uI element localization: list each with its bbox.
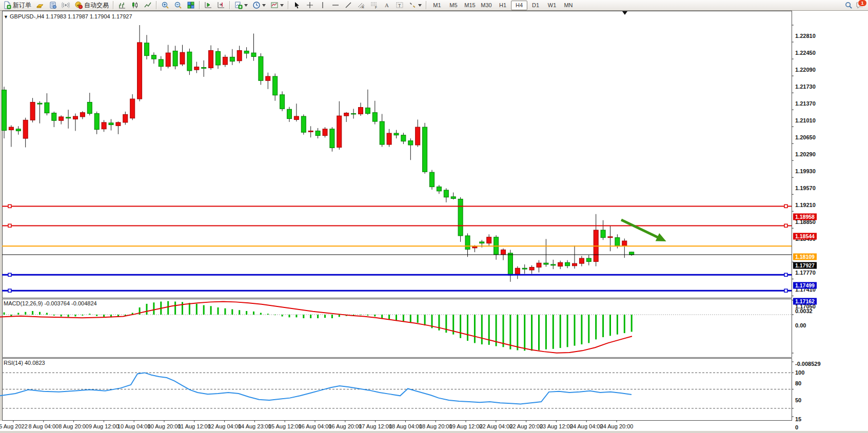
shapes-tool-button[interactable] bbox=[406, 0, 424, 10]
price-tick-label: 1.22810 bbox=[795, 33, 816, 39]
time-axis-label: 19 Aug 12:00 bbox=[449, 423, 483, 429]
price-tick-label: 1.19570 bbox=[795, 185, 816, 191]
signals-button[interactable] bbox=[60, 0, 72, 10]
template-icon bbox=[270, 1, 279, 9]
fibonacci-tool-button[interactable]: F bbox=[368, 0, 380, 10]
timeframe-button-M30[interactable]: M30 bbox=[478, 1, 495, 10]
vertical-line-icon bbox=[319, 1, 327, 9]
macd-axis-label: 0.00 bbox=[795, 322, 806, 328]
crosshair-icon bbox=[306, 1, 314, 9]
horizontal-line-tool-button[interactable] bbox=[329, 0, 342, 10]
templates-button[interactable] bbox=[268, 0, 286, 10]
chevron-down-icon bbox=[418, 4, 422, 7]
hline-handle bbox=[8, 224, 11, 227]
price-badge-1.17162: 1.17162 bbox=[793, 298, 817, 305]
trendline-icon bbox=[344, 1, 352, 9]
hline-handle bbox=[784, 289, 787, 292]
rsi-axis-label: 100 bbox=[795, 369, 804, 376]
bar-chart-icon bbox=[118, 1, 126, 9]
time-axis-label: 14 Aug 23:00 bbox=[238, 423, 271, 429]
auto-scroll-button[interactable] bbox=[202, 0, 214, 10]
time-axis-label: 9 Aug 12:00 bbox=[89, 423, 119, 429]
chevron-down-icon bbox=[244, 4, 248, 7]
price-tick-label: 1.17770 bbox=[795, 270, 816, 276]
new-order-label: 新订单 bbox=[13, 1, 31, 10]
timeframe-button-D1[interactable]: D1 bbox=[527, 1, 544, 10]
new-order-button[interactable]: 新订单 bbox=[1, 0, 33, 10]
collapse-trading-panel-icon[interactable]: ▼ bbox=[4, 14, 8, 19]
svg-text:E: E bbox=[362, 6, 364, 9]
zoom-out-button[interactable] bbox=[172, 0, 184, 10]
time-axis-label: 24 Aug 20:00 bbox=[600, 423, 634, 429]
equidistant-channel-tool-button[interactable]: E bbox=[355, 0, 367, 10]
deposit-button[interactable] bbox=[34, 0, 46, 10]
hline-handle bbox=[784, 273, 787, 276]
main-toolbar: 新订单 自动交易 bbox=[0, 0, 868, 11]
text-label-icon: T bbox=[396, 1, 404, 9]
chart-shift-icon bbox=[217, 1, 225, 9]
search-icon[interactable] bbox=[845, 2, 853, 9]
text-tool-button[interactable]: A bbox=[381, 0, 393, 10]
new-order-icon bbox=[3, 1, 11, 9]
price-tick-label: 1.19210 bbox=[795, 202, 816, 208]
candlestick-chart-button[interactable] bbox=[129, 0, 141, 10]
bar-chart-button[interactable] bbox=[116, 0, 128, 10]
horizontal-line-icon bbox=[331, 1, 340, 9]
toolbar-separator bbox=[199, 1, 200, 9]
toolbar-separator bbox=[229, 1, 230, 9]
crosshair-tool-button[interactable] bbox=[304, 0, 316, 10]
chart-canvas[interactable] bbox=[0, 11, 868, 433]
period-separator-marker bbox=[622, 11, 627, 15]
auto-trading-label: 自动交易 bbox=[84, 1, 109, 10]
cursor-icon bbox=[293, 1, 301, 9]
tile-windows-icon bbox=[187, 1, 195, 9]
toolbar-separator bbox=[288, 1, 289, 9]
price-badge-1.17499: 1.17499 bbox=[793, 282, 817, 289]
chart-ohlc-values: 1.17983 1.17987 1.17904 1.17927 bbox=[46, 13, 132, 19]
timeframe-button-H4[interactable]: H4 bbox=[511, 1, 527, 10]
market-watch-icon bbox=[49, 1, 57, 9]
notifications-button[interactable]: 1 bbox=[856, 2, 864, 9]
rsi-indicator-label: RSI(14) 40.0823 bbox=[4, 360, 45, 366]
price-tick-label: 1.21370 bbox=[795, 100, 816, 107]
market-watch-button[interactable] bbox=[47, 0, 59, 10]
time-axis-label: 8 Aug 04:00 bbox=[28, 423, 58, 429]
signals-icon bbox=[62, 1, 70, 9]
time-axis-label: 18 Aug 20:00 bbox=[419, 423, 452, 429]
time-axis-label: 11 Aug 12:00 bbox=[178, 423, 211, 429]
label-tool-button[interactable]: T bbox=[393, 0, 406, 10]
time-axis-label: 17 Aug 12:00 bbox=[359, 423, 392, 429]
time-axis-label: 22 Aug 20:00 bbox=[509, 423, 543, 429]
price-badge-1.18109: 1.18109 bbox=[793, 254, 817, 260]
svg-text:A: A bbox=[385, 2, 389, 8]
toolbar-separator bbox=[426, 1, 427, 9]
price-badge-1.17927: 1.17927 bbox=[793, 262, 817, 269]
chart-window[interactable]: ▼ GBPUSD-,H4 1.17983 1.17987 1.17904 1.1… bbox=[0, 11, 868, 433]
time-axis-label: 16 Aug 20:00 bbox=[328, 423, 362, 429]
timeframe-button-M1[interactable]: M1 bbox=[429, 1, 445, 10]
candlestick-chart-icon bbox=[131, 1, 139, 9]
chart-shift-button[interactable] bbox=[215, 0, 227, 10]
line-chart-button[interactable] bbox=[142, 0, 154, 10]
indicators-button[interactable] bbox=[232, 0, 250, 10]
tile-windows-button[interactable] bbox=[185, 0, 197, 10]
text-icon: A bbox=[383, 1, 391, 9]
timeframe-group: M1M5M15M30H1H4D1W1MN bbox=[429, 1, 577, 10]
periods-button[interactable] bbox=[250, 0, 268, 10]
time-axis-label: 18 Aug 04:00 bbox=[389, 423, 422, 429]
chevron-down-icon bbox=[262, 4, 266, 7]
trendline-tool-button[interactable] bbox=[342, 0, 354, 10]
timeframe-button-M15[interactable]: M15 bbox=[462, 1, 478, 10]
zoom-in-button[interactable] bbox=[159, 0, 171, 10]
timeframe-button-W1[interactable]: W1 bbox=[544, 1, 560, 10]
timeframe-button-M5[interactable]: M5 bbox=[445, 1, 462, 10]
timeframe-button-MN[interactable]: MN bbox=[560, 1, 577, 10]
auto-trading-button[interactable]: 自动交易 bbox=[72, 0, 111, 10]
time-axis-label: 10 Aug 20:00 bbox=[148, 423, 181, 429]
cursor-tool-button[interactable] bbox=[291, 0, 303, 10]
svg-text:T: T bbox=[398, 3, 401, 8]
timeframe-button-H1[interactable]: H1 bbox=[495, 1, 511, 10]
time-axis-label: 12 Aug 04:00 bbox=[208, 423, 241, 429]
vertical-line-tool-button[interactable] bbox=[317, 0, 329, 10]
hline-handle bbox=[8, 289, 11, 292]
